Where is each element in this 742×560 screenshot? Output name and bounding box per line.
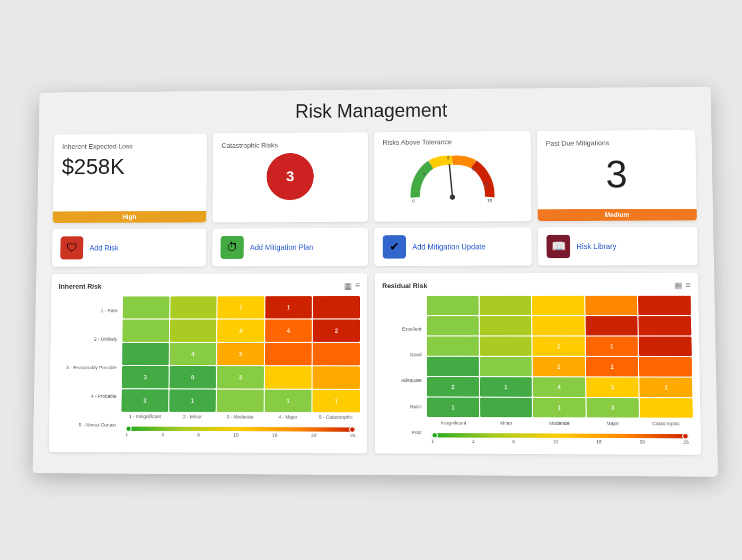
inherent-slider[interactable]: 1 3 6 10 16 20 25: [121, 424, 359, 440]
residual-risk-header: Residual Risk ▦ ≡: [382, 280, 691, 290]
svg-text:6: 6: [447, 155, 449, 160]
table-row[interactable]: [122, 343, 169, 365]
table-row[interactable]: [480, 357, 532, 376]
kpi-row: Inherent Expected Loss $258K High Catast…: [52, 130, 697, 223]
table-row[interactable]: 3: [121, 389, 168, 411]
past-due-card: Past Due Mitigations 3 Medium: [537, 130, 697, 221]
table-row[interactable]: [639, 357, 692, 376]
table-row[interactable]: 1: [533, 357, 585, 376]
table-row[interactable]: [639, 316, 691, 335]
table-row[interactable]: 4: [265, 319, 312, 342]
table-row[interactable]: [217, 389, 264, 412]
table-row[interactable]: 4: [533, 377, 585, 397]
table-row[interactable]: [123, 296, 170, 318]
table-row[interactable]: [427, 296, 478, 315]
table-row[interactable]: [532, 316, 584, 335]
menu-icon[interactable]: ≡: [355, 281, 360, 291]
table-row[interactable]: [585, 316, 638, 335]
table-row[interactable]: 1: [533, 336, 585, 356]
table-row[interactable]: [265, 366, 312, 388]
table-row[interactable]: 1: [640, 377, 693, 397]
table-row[interactable]: 1: [264, 389, 312, 412]
x-label-4: 4 - Major: [264, 414, 312, 419]
table-row[interactable]: [265, 343, 312, 365]
slider-numbers: 1 3 6 10 16 20 25: [121, 432, 360, 438]
table-row[interactable]: 3: [217, 366, 263, 388]
table-row[interactable]: [427, 336, 479, 355]
inherent-x-labels: 1 - Insignificant 2 - Minor 3 - Moderate…: [121, 414, 360, 420]
svg-text:3: 3: [423, 172, 426, 177]
svg-point-1: [450, 194, 455, 200]
table-row[interactable]: 3: [586, 377, 639, 397]
add-risk-action[interactable]: 🛡 Add Risk: [52, 228, 206, 266]
table-row[interactable]: 1: [533, 397, 586, 417]
residual-x-labels: Insignificant Minor Moderate Major Catas…: [427, 420, 693, 426]
table-row[interactable]: 2: [313, 319, 360, 342]
ry-label-excellent: Excellent: [382, 326, 425, 332]
inherent-loss-value: $258K: [61, 154, 198, 179]
table-row[interactable]: 1: [427, 397, 479, 417]
grid-icon-r[interactable]: ▦: [674, 280, 683, 290]
table-row[interactable]: 1: [169, 389, 216, 412]
table-row[interactable]: 1: [265, 296, 312, 318]
dashboard-wrapper: Risk Management Inherent Expected Loss $…: [33, 86, 718, 476]
table-row[interactable]: [640, 398, 693, 417]
table-row[interactable]: [479, 296, 531, 315]
inherent-slider-track: [126, 426, 356, 432]
table-row[interactable]: 1: [217, 296, 264, 318]
add-risk-label: Add Risk: [90, 243, 119, 252]
table-row[interactable]: 3: [586, 398, 639, 417]
table-row[interactable]: [480, 316, 532, 335]
inherent-grid-area: 11442433833111 1 - Insignificant 2 - Min…: [121, 296, 360, 440]
grid-icon[interactable]: ▦: [344, 281, 352, 291]
add-mitigation-plan-action[interactable]: ⏱ Add Mitigation Plan: [212, 228, 368, 266]
table-row[interactable]: [313, 366, 360, 388]
r-slider-n1: 1: [431, 438, 434, 443]
past-due-title: Past Due Mitigations: [545, 138, 687, 147]
table-row[interactable]: [532, 296, 584, 315]
risk-library-action[interactable]: 📖 Risk Library: [538, 227, 698, 265]
table-row[interactable]: [480, 336, 532, 355]
table-row[interactable]: [480, 397, 532, 417]
table-row[interactable]: 1: [480, 377, 532, 397]
tolerance-card: Risks Above Tolerance 0: [374, 131, 532, 221]
page-title: Risk Management: [55, 97, 695, 124]
table-row[interactable]: 4: [217, 319, 264, 342]
table-row[interactable]: [122, 319, 169, 342]
add-mitigation-plan-icon: ⏱: [220, 236, 244, 259]
table-row[interactable]: 1: [313, 389, 360, 412]
table-row[interactable]: 1: [586, 336, 638, 356]
slider-n5: 16: [272, 432, 277, 438]
table-row[interactable]: 3: [217, 343, 264, 365]
table-row[interactable]: 2: [427, 377, 479, 396]
table-row[interactable]: 1: [586, 357, 638, 376]
catastrophic-card: Catastrophic Risks 3: [213, 132, 368, 222]
table-row[interactable]: 3: [122, 366, 169, 388]
svg-text:9: 9: [472, 166, 474, 172]
gauge-wrapper: 0 3 6 9 12 15 6: [383, 149, 523, 203]
inherent-grid: 11442433833111: [121, 296, 360, 412]
rx-label-2: Minor: [480, 420, 533, 426]
table-row[interactable]: [639, 336, 692, 356]
table-row[interactable]: [638, 296, 691, 315]
ry-label-basic: Basic: [382, 404, 425, 410]
table-row[interactable]: [170, 319, 216, 342]
r-slider-n5: 16: [596, 439, 602, 444]
add-mitigation-update-action[interactable]: ✔ Add Mitigation Update: [374, 227, 532, 266]
residual-slider-track: [431, 433, 688, 438]
inherent-loss-badge: High: [52, 211, 206, 223]
table-row[interactable]: [313, 343, 360, 365]
table-row[interactable]: [427, 316, 479, 335]
menu-icon-r[interactable]: ≡: [685, 280, 691, 290]
table-row[interactable]: [427, 357, 479, 376]
add-mitigation-plan-label: Add Mitigation Plan: [250, 243, 314, 251]
table-row[interactable]: 4: [170, 343, 216, 365]
table-row[interactable]: [585, 296, 638, 315]
rx-label-5: Catastrophic: [639, 421, 693, 426]
inherent-risk-title: Inherent Risk: [59, 282, 102, 290]
r-slider-left-dot: [431, 432, 438, 438]
table-row[interactable]: 8: [169, 366, 216, 388]
table-row[interactable]: [313, 296, 360, 318]
table-row[interactable]: [170, 296, 217, 318]
residual-slider[interactable]: 1 3 6 10 16 20 25: [427, 431, 693, 447]
